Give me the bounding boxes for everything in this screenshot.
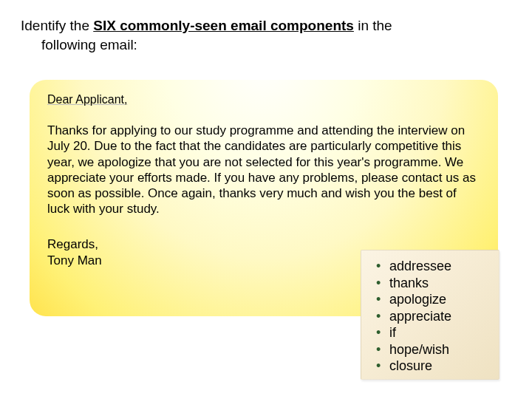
instruction-tail: in the [354,18,392,33]
instruction-text: Identify the SIX commonly-seen email com… [21,16,488,54]
instruction-bold: SIX commonly-seen email components [93,18,354,33]
list-item: if [376,324,491,341]
list-item: apologize [376,291,491,308]
list-item: hope/wish [376,341,491,358]
email-body: Thanks for applying to our study program… [47,123,480,217]
components-notecard: addressee thanks apologize appreciate if… [361,250,499,380]
components-list: addressee thanks apologize appreciate if… [376,258,491,375]
list-item: addressee [376,258,491,275]
instruction-line2: following email: [21,35,488,55]
list-item: appreciate [376,308,491,325]
instruction-lead: Identify the [21,18,93,33]
list-item: closure [376,358,491,375]
list-item: thanks [376,275,491,292]
email-salutation: Dear Applicant, [47,93,480,106]
